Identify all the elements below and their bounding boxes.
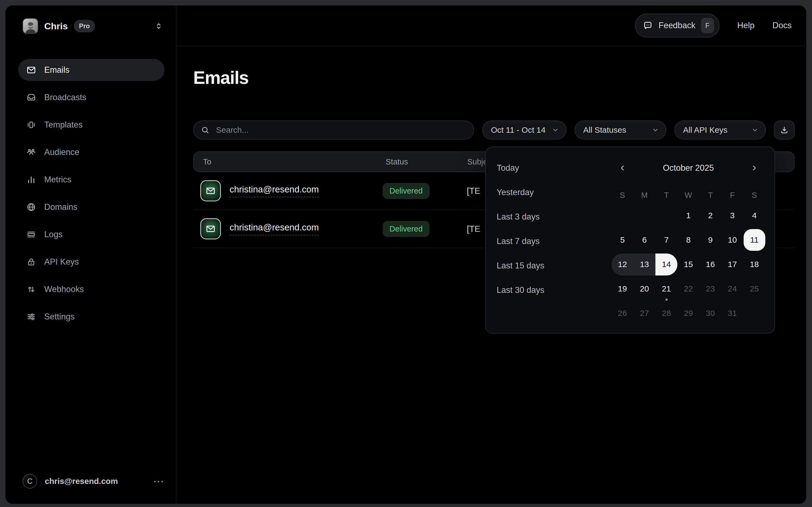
- calendar-day-30: 30: [699, 301, 721, 325]
- calendar-day-16[interactable]: 16: [699, 252, 721, 277]
- sidebar-item-label: Logs: [44, 230, 62, 239]
- calendar-day-21[interactable]: 21: [655, 277, 677, 301]
- chevron-left-icon: [619, 164, 627, 172]
- sidebar-item-emails[interactable]: Emails: [18, 59, 165, 81]
- sidebar: Chris Pro EmailsBroadcastsTemplatesAudie…: [5, 5, 176, 504]
- calendar-day-9[interactable]: 9: [699, 228, 721, 252]
- account-email: chris@resend.com: [45, 476, 118, 486]
- workspace-switcher[interactable]: Chris Pro: [22, 17, 163, 35]
- calendar-day-6[interactable]: 6: [633, 228, 655, 252]
- chevron-up-down-icon[interactable]: [154, 21, 163, 31]
- today-indicator-dot: [665, 298, 668, 301]
- app-window: Chris Pro EmailsBroadcastsTemplatesAudie…: [5, 5, 806, 504]
- sidebar-item-api-keys[interactable]: API Keys: [18, 251, 165, 273]
- preset-last-15-days[interactable]: Last 15 days: [497, 253, 544, 278]
- feedback-label: Feedback: [658, 21, 695, 31]
- download-icon: [780, 125, 789, 134]
- export-button[interactable]: [774, 120, 795, 139]
- sidebar-item-label: Settings: [44, 312, 75, 322]
- calendar-empty-cell: [612, 203, 633, 228]
- chevron-down-icon: [751, 126, 759, 134]
- column-header-status: Status: [379, 157, 462, 166]
- preset-last-30-days[interactable]: Last 30 days: [497, 278, 544, 302]
- account-avatar: C: [22, 474, 37, 489]
- user-avatar: [22, 18, 38, 34]
- calendar-month-label: October 2025: [663, 163, 714, 173]
- sidebar-item-audience[interactable]: Audience: [18, 141, 165, 163]
- sidebar-item-label: Audience: [44, 148, 79, 157]
- calendar-day-4[interactable]: 4: [743, 203, 765, 228]
- date-picker-popup: TodayYesterdayLast 3 daysLast 7 daysLast…: [485, 147, 775, 334]
- help-link[interactable]: Help: [737, 21, 755, 31]
- status-filter[interactable]: All Statuses: [575, 120, 666, 139]
- status-badge: Delivered: [383, 221, 429, 237]
- weekday-label: S: [620, 191, 625, 200]
- calendar-day-17[interactable]: 17: [721, 252, 743, 277]
- sidebar-item-webhooks[interactable]: Webhooks: [18, 278, 165, 300]
- calendar-day-8[interactable]: 8: [677, 228, 699, 252]
- weekday-label: T: [708, 191, 713, 200]
- prev-month-button[interactable]: [617, 162, 628, 174]
- sidebar-item-label: Metrics: [44, 175, 71, 184]
- calendar-empty-cell: [655, 203, 677, 228]
- audience-icon: [26, 148, 36, 157]
- calendar-day-2[interactable]: 2: [699, 203, 721, 228]
- calendar-day-7[interactable]: 7: [655, 228, 677, 252]
- search-box[interactable]: [193, 120, 474, 139]
- preset-today[interactable]: Today: [497, 156, 544, 180]
- calendar-day-19[interactable]: 19: [612, 277, 633, 301]
- calendar-day-15[interactable]: 15: [677, 252, 699, 277]
- sidebar-item-settings[interactable]: Settings: [18, 305, 165, 328]
- preset-last-3-days[interactable]: Last 3 days: [497, 205, 544, 229]
- chevron-down-icon: [552, 126, 559, 134]
- sidebar-nav: EmailsBroadcastsTemplatesAudienceMetrics…: [18, 59, 165, 333]
- page-title: Emails: [193, 67, 248, 88]
- sidebar-item-templates[interactable]: Templates: [18, 114, 165, 136]
- calendar-day-23: 23: [699, 277, 721, 301]
- weekday-label: T: [664, 191, 669, 200]
- date-range-value: Oct 11 - Oct 14: [491, 125, 545, 134]
- calendar-day-1[interactable]: 1: [677, 203, 699, 228]
- calendar-day-13[interactable]: 13: [633, 252, 655, 277]
- feedback-button[interactable]: Feedback F: [635, 13, 719, 38]
- sidebar-item-metrics[interactable]: Metrics: [18, 169, 165, 190]
- logs-icon: [26, 230, 36, 239]
- more-options-button[interactable]: ⋯: [153, 478, 165, 484]
- calendar-day-12[interactable]: 12: [612, 252, 633, 277]
- calendar-day-11[interactable]: 11: [743, 228, 765, 252]
- calendar-day-3[interactable]: 3: [721, 203, 743, 228]
- sidebar-item-domains[interactable]: Domains: [18, 196, 165, 218]
- api-key-filter-value: All API Keys: [683, 125, 727, 134]
- broadcasts-icon: [26, 93, 36, 102]
- calendar-day-24: 24: [721, 277, 743, 301]
- calendar-day-20[interactable]: 20: [633, 277, 655, 301]
- weekday-label: F: [730, 191, 735, 200]
- sidebar-item-label: Domains: [44, 202, 77, 212]
- calendar-day-10[interactable]: 10: [721, 228, 743, 252]
- preset-last-7-days[interactable]: Last 7 days: [497, 229, 544, 253]
- calendar-day-5[interactable]: 5: [612, 228, 633, 252]
- docs-link[interactable]: Docs: [772, 21, 792, 31]
- weekday-label: S: [752, 191, 757, 200]
- sidebar-item-broadcasts[interactable]: Broadcasts: [18, 86, 165, 108]
- calendar-day-18[interactable]: 18: [743, 252, 765, 277]
- sidebar-item-label: Emails: [44, 65, 69, 75]
- weekday-label: W: [685, 191, 692, 200]
- webhooks-icon: [26, 284, 36, 294]
- search-icon: [201, 126, 210, 134]
- preset-yesterday[interactable]: Yesterday: [497, 180, 544, 205]
- recipient-email: christina@resend.com: [230, 222, 319, 235]
- search-input[interactable]: [216, 125, 467, 135]
- main-content: Feedback F Help Docs Emails Oct 11 - Oct…: [176, 5, 806, 504]
- calendar: October 2025 SMTWTFS 1234567891011121314…: [612, 147, 765, 333]
- weekday-label: M: [641, 191, 647, 200]
- date-range-filter[interactable]: Oct 11 - Oct 14: [482, 120, 566, 139]
- recipient-email: christina@resend.com: [230, 184, 319, 197]
- api-key-filter[interactable]: All API Keys: [675, 120, 766, 139]
- sidebar-item-logs[interactable]: Logs: [18, 223, 165, 245]
- sidebar-item-label: Broadcasts: [44, 93, 86, 102]
- calendar-day-14[interactable]: 14: [655, 252, 677, 277]
- next-month-button[interactable]: [749, 162, 760, 174]
- emails-icon: [26, 65, 36, 75]
- api-keys-icon: [26, 257, 36, 267]
